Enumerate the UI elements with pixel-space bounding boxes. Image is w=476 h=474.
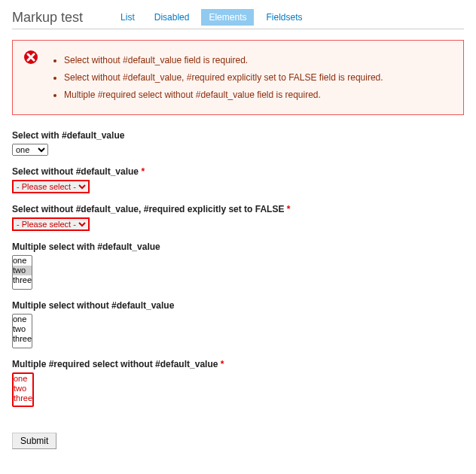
error-item: Select without #default_value, #required… — [64, 71, 383, 84]
submit-wrapper: Submit — [12, 433, 464, 449]
select-f1[interactable]: onetwothree — [12, 144, 48, 156]
field-label: Multiple select with #default_value — [12, 242, 464, 252]
error-item: Select without #default_value field is r… — [64, 53, 383, 67]
form-item-f3: Select without #default_value, #required… — [12, 204, 464, 231]
form-item-f4: Multiple select with #default_value onet… — [12, 242, 464, 290]
tab-list[interactable]: List — [113, 9, 142, 26]
form-item-f6: Multiple #required select without #defau… — [12, 359, 464, 407]
required-marker: * — [287, 204, 291, 214]
tab-bar: ListDisabledElementsFieldsets — [113, 9, 310, 26]
select-f5[interactable]: onetwothree — [12, 314, 32, 348]
field-label: Select without #default_value, #required… — [12, 204, 464, 214]
select-f4[interactable]: onetwothree — [12, 255, 32, 290]
form-item-f5: Multiple select without #default_value o… — [12, 300, 464, 348]
form: Select with #default_value onetwothreeSe… — [12, 130, 464, 407]
field-label: Multiple select without #default_value — [12, 300, 464, 311]
form-item-f2: Select without #default_value *- Please … — [12, 166, 464, 193]
field-label: Select with #default_value — [12, 130, 464, 141]
page-title: Markup test — [12, 10, 83, 26]
error-message-box: Select without #default_value field is r… — [12, 40, 464, 115]
select-f2[interactable]: - Please select -onetwothree — [12, 180, 90, 193]
tab-disabled[interactable]: Disabled — [147, 9, 197, 26]
submit-button[interactable]: Submit — [12, 433, 56, 449]
error-list: Select without #default_value field is r… — [64, 50, 383, 105]
page-header: Markup test ListDisabledElementsFieldset… — [12, 6, 464, 29]
tab-fieldsets[interactable]: Fieldsets — [258, 9, 310, 26]
field-label: Select without #default_value * — [12, 166, 464, 177]
tab-elements[interactable]: Elements — [201, 9, 254, 26]
error-icon — [23, 50, 38, 105]
form-item-f1: Select with #default_value onetwothree — [12, 130, 464, 156]
error-item: Multiple #required select without #defau… — [64, 88, 383, 102]
required-marker: * — [221, 359, 224, 369]
required-marker: * — [141, 166, 145, 177]
select-f3[interactable]: - Please select -onetwothree — [12, 217, 90, 231]
select-f6[interactable]: onetwothree — [12, 372, 34, 407]
field-label: Multiple #required select without #defau… — [12, 359, 464, 369]
